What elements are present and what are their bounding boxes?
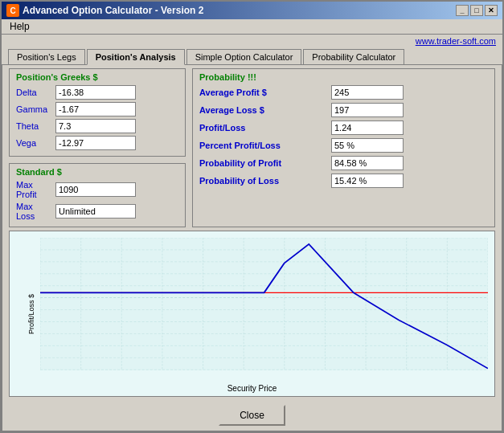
prob-label-1: Average Loss $ [199, 105, 328, 115]
window-title: Advanced Option Calculator - Version 2 [23, 5, 203, 16]
main-window: C Advanced Option Calculator - Version 2… [0, 0, 504, 433]
greek-row-delta: Delta [16, 85, 178, 100]
standard-input-maxprofit[interactable] [55, 182, 136, 197]
close-button[interactable]: Close [219, 405, 285, 426]
chart-svg: 1 000 800 600 400 200 0 -200 -400 -600 -… [40, 238, 488, 370]
tab-probability-calculator[interactable]: Probability Calculator [303, 49, 404, 65]
prob-input-0[interactable] [331, 85, 404, 100]
standard-title: Standard $ [16, 167, 178, 177]
minimize-button[interactable]: _ [456, 5, 469, 16]
greek-input-delta[interactable] [55, 85, 136, 100]
tab-positions-analysis[interactable]: Position's Analysis [87, 49, 185, 65]
window-close-button[interactable]: ✕ [485, 5, 498, 16]
chart-inner: 1 000 800 600 400 200 0 -200 -400 -600 -… [40, 238, 488, 370]
chart-y-label: Profit/Loss $ [27, 293, 35, 333]
prob-label-0: Average Profit $ [199, 88, 328, 97]
window-controls: _ □ ✕ [456, 5, 498, 16]
prob-input-5[interactable] [331, 174, 404, 188]
greek-input-vega[interactable] [55, 136, 136, 150]
menu-bar: Help [2, 19, 502, 35]
prob-row-1: Average Loss $ [199, 103, 488, 117]
greek-input-theta[interactable] [55, 119, 136, 133]
greek-label-gamma: Gamma [16, 104, 52, 114]
prob-label-2: Profit/Loss [199, 123, 328, 133]
greek-row-gamma: Gamma [16, 102, 178, 116]
maximize-button[interactable]: □ [470, 5, 483, 16]
standard-label-maxloss: Max Loss [16, 202, 52, 221]
probability-box: Probability !!! Average Profit $ Average… [192, 68, 495, 227]
chart-area: Profit/Loss $ [9, 231, 495, 397]
greeks-title: Position's Greeks $ [16, 72, 178, 82]
greek-row-theta: Theta [16, 119, 178, 133]
app-icon: C [6, 4, 19, 17]
menu-help[interactable]: Help [6, 19, 33, 34]
prob-input-3[interactable] [331, 138, 404, 153]
probability-title: Probability !!! [199, 72, 488, 82]
tab-positions-legs[interactable]: Position's Legs [8, 49, 85, 65]
chart-x-label: Security Price [227, 384, 277, 393]
prob-input-1[interactable] [331, 103, 404, 117]
prob-row-3: Percent Profit/Loss [199, 138, 488, 153]
website-link[interactable]: www.trader-soft.com [2, 35, 502, 47]
prob-input-2[interactable] [331, 121, 404, 135]
prob-row-0: Average Profit $ [199, 85, 488, 100]
prob-label-3: Percent Profit/Loss [199, 141, 328, 150]
standard-row-maxprofit: Max Profit [16, 180, 178, 199]
prob-label-5: Probability of Loss [199, 176, 328, 186]
greek-row-vega: Vega [16, 136, 178, 150]
tab-panel: Position's Greeks $ Delta Gamma Theta [2, 64, 502, 431]
standard-label-maxprofit: Max Profit [16, 180, 52, 199]
prob-row-2: Profit/Loss [199, 121, 488, 135]
svg-rect-0 [40, 238, 488, 370]
content-area: Position's Greeks $ Delta Gamma Theta [2, 65, 502, 400]
prob-input-4[interactable] [331, 156, 404, 170]
prob-row-5: Probability of Loss [199, 174, 488, 188]
title-bar-left: C Advanced Option Calculator - Version 2 [6, 4, 203, 17]
prob-row-4: Probability of Profit [199, 156, 488, 170]
tabs: Position's Legs Position's Analysis Simp… [2, 47, 502, 65]
footer: Close [2, 400, 502, 431]
prob-label-4: Probability of Profit [199, 158, 328, 168]
standard-input-maxloss[interactable] [55, 204, 136, 219]
greek-label-delta: Delta [16, 88, 52, 97]
greek-label-vega: Vega [16, 138, 52, 148]
top-section: Position's Greeks $ Delta Gamma Theta [9, 68, 495, 227]
title-bar: C Advanced Option Calculator - Version 2… [2, 2, 502, 19]
greeks-box: Position's Greeks $ Delta Gamma Theta [9, 68, 186, 157]
tab-simple-option[interactable]: Simple Option Calculator [186, 49, 302, 65]
greek-label-theta: Theta [16, 121, 52, 131]
standard-box: Standard $ Max Profit Max Loss [9, 163, 186, 227]
standard-row-maxloss: Max Loss [16, 202, 178, 221]
greek-input-gamma[interactable] [55, 102, 136, 116]
